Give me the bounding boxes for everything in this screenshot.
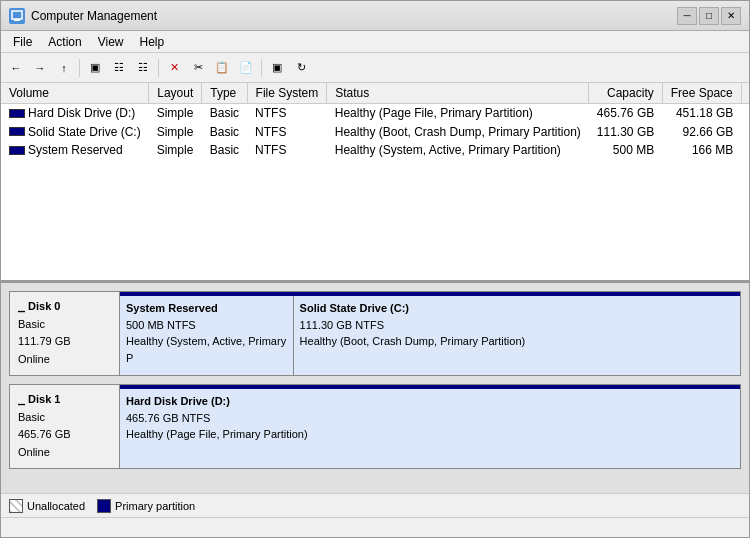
cell-fs-0: NTFS <box>247 104 327 123</box>
table-row[interactable]: Hard Disk Drive (D:) Simple Basic NTFS H… <box>1 104 749 123</box>
cell-fs-1: NTFS <box>247 123 327 142</box>
cell-type-0: Basic <box>202 104 247 123</box>
disk-1-size: 465.76 GB <box>18 428 71 440</box>
toolbar-properties[interactable]: ☷ <box>132 57 154 79</box>
table-header-row: Volume Layout Type File System Status Ca… <box>1 83 749 104</box>
title-controls: ─ □ ✕ <box>677 7 741 25</box>
legend-unalloc-box <box>9 499 23 513</box>
toolbar-forward[interactable]: → <box>29 57 51 79</box>
disk-0-p1-detail1: 111.30 GB NTFS <box>300 317 734 334</box>
toolbar-list[interactable]: ☷ <box>108 57 130 79</box>
status-bar <box>1 517 749 537</box>
disk-1-name: ⎯ Disk 1 <box>18 393 60 405</box>
table-row[interactable]: Solid State Drive (C:) Simple Basic NTFS… <box>1 123 749 142</box>
menu-help[interactable]: Help <box>132 33 173 51</box>
disk-0-partition-0[interactable]: System Reserved 500 MB NTFS Healthy (Sys… <box>120 296 294 375</box>
volume-list-pane: Volume Layout Type File System Status Ca… <box>1 83 749 283</box>
toolbar-sep-2 <box>158 59 159 77</box>
col-header-layout: Layout <box>149 83 202 104</box>
disk-0-p0-detail1: 500 MB NTFS <box>126 317 287 334</box>
toolbar-back[interactable]: ← <box>5 57 27 79</box>
title-bar: Computer Management ─ □ ✕ <box>1 1 749 31</box>
disk-0-status: Online <box>18 353 50 365</box>
toolbar-paste[interactable]: 📄 <box>235 57 257 79</box>
menu-bar: File Action View Help <box>1 31 749 53</box>
toolbar-show-hide[interactable]: ▣ <box>84 57 106 79</box>
toolbar-up[interactable]: ↑ <box>53 57 75 79</box>
disk-0-p1-title: Solid State Drive (C:) <box>300 300 734 317</box>
menu-view[interactable]: View <box>90 33 132 51</box>
legend-unalloc-label: Unallocated <box>27 500 85 512</box>
disk-0-type: Basic <box>18 318 45 330</box>
disk-1-p0-detail1: 465.76 GB NTFS <box>126 410 734 427</box>
disk-0-partitions: System Reserved 500 MB NTFS Healthy (Sys… <box>120 292 740 375</box>
cell-volume-1: Solid State Drive (C:) <box>1 123 149 142</box>
cell-volume-0: Hard Disk Drive (D:) <box>1 104 149 123</box>
cell-capacity-2: 500 MB <box>589 141 662 160</box>
cell-volume-2: System Reserved <box>1 141 149 160</box>
legend-unallocated: Unallocated <box>9 499 85 513</box>
col-header-free: Free Space <box>662 83 741 104</box>
title-bar-left: Computer Management <box>9 8 157 24</box>
cell-pct-1: 83 % <box>741 123 749 142</box>
cell-status-1: Healthy (Boot, Crash Dump, Primary Parti… <box>327 123 589 142</box>
legend-primary-box <box>97 499 111 513</box>
menu-action[interactable]: Action <box>40 33 89 51</box>
toolbar-new[interactable]: ▣ <box>266 57 288 79</box>
toolbar-export[interactable]: ✂ <box>187 57 209 79</box>
col-header-type: Type <box>202 83 247 104</box>
disk-0-partition-1[interactable]: Solid State Drive (C:) 111.30 GB NTFS He… <box>294 296 740 375</box>
disk-1-label: ⎯ Disk 1 Basic 465.76 GB Online <box>10 385 120 468</box>
disk-1-type: Basic <box>18 411 45 423</box>
disk-1-row: ⎯ Disk 1 Basic 465.76 GB Online Hard Dis… <box>9 384 741 469</box>
volume-table: Volume Layout Type File System Status Ca… <box>1 83 749 160</box>
maximize-button[interactable]: □ <box>699 7 719 25</box>
legend-bar: Unallocated Primary partition <box>1 493 749 517</box>
main-window: Computer Management ─ □ ✕ File Action Vi… <box>0 0 750 538</box>
disk-0-name: ⎯ Disk 0 <box>18 300 60 312</box>
app-icon <box>9 8 25 24</box>
cell-free-2: 166 MB <box>662 141 741 160</box>
disk-1-partitions: Hard Disk Drive (D:) 465.76 GB NTFS Heal… <box>120 385 740 468</box>
disk-0-size: 111.79 GB <box>18 335 71 347</box>
disk-1-status: Online <box>18 446 50 458</box>
disk-1-partition-0[interactable]: Hard Disk Drive (D:) 465.76 GB NTFS Heal… <box>120 389 740 468</box>
cell-type-1: Basic <box>202 123 247 142</box>
col-header-fs: File System <box>247 83 327 104</box>
cell-layout-2: Simple <box>149 141 202 160</box>
disk-0-row: ⎯ Disk 0 Basic 111.79 GB Online System R… <box>9 291 741 376</box>
col-header-pct: % Free <box>741 83 749 104</box>
cell-layout-0: Simple <box>149 104 202 123</box>
svg-rect-0 <box>12 11 22 19</box>
legend-primary-label: Primary partition <box>115 500 195 512</box>
minimize-button[interactable]: ─ <box>677 7 697 25</box>
toolbar-sep-3 <box>261 59 262 77</box>
disk-0-p0-detail2: Healthy (System, Active, Primary P <box>126 333 287 366</box>
disk-0-p0-title: System Reserved <box>126 300 287 317</box>
menu-file[interactable]: File <box>5 33 40 51</box>
cell-capacity-1: 111.30 GB <box>589 123 662 142</box>
toolbar-sep-1 <box>79 59 80 77</box>
cell-free-0: 451.18 GB <box>662 104 741 123</box>
cell-fs-2: NTFS <box>247 141 327 160</box>
disk-0-label: ⎯ Disk 0 Basic 111.79 GB Online <box>10 292 120 375</box>
window-title: Computer Management <box>31 9 157 23</box>
toolbar: ← → ↑ ▣ ☷ ☷ ✕ ✂ 📋 📄 ▣ ↻ <box>1 53 749 83</box>
volume-table-container[interactable]: Volume Layout Type File System Status Ca… <box>1 83 749 280</box>
toolbar-delete[interactable]: ✕ <box>163 57 185 79</box>
legend-primary: Primary partition <box>97 499 195 513</box>
close-button[interactable]: ✕ <box>721 7 741 25</box>
toolbar-copy[interactable]: 📋 <box>211 57 233 79</box>
svg-rect-1 <box>14 19 20 21</box>
cell-layout-1: Simple <box>149 123 202 142</box>
disk-0-p1-detail2: Healthy (Boot, Crash Dump, Primary Parti… <box>300 333 734 350</box>
cell-type-2: Basic <box>202 141 247 160</box>
cell-capacity-0: 465.76 GB <box>589 104 662 123</box>
toolbar-refresh[interactable]: ↻ <box>290 57 312 79</box>
cell-status-0: Healthy (Page File, Primary Partition) <box>327 104 589 123</box>
table-row[interactable]: System Reserved Simple Basic NTFS Health… <box>1 141 749 160</box>
disk-1-p0-detail2: Healthy (Page File, Primary Partition) <box>126 426 734 443</box>
main-content: Volume Layout Type File System Status Ca… <box>1 83 749 517</box>
col-header-capacity: Capacity <box>589 83 662 104</box>
cell-pct-0: 97 % <box>741 104 749 123</box>
